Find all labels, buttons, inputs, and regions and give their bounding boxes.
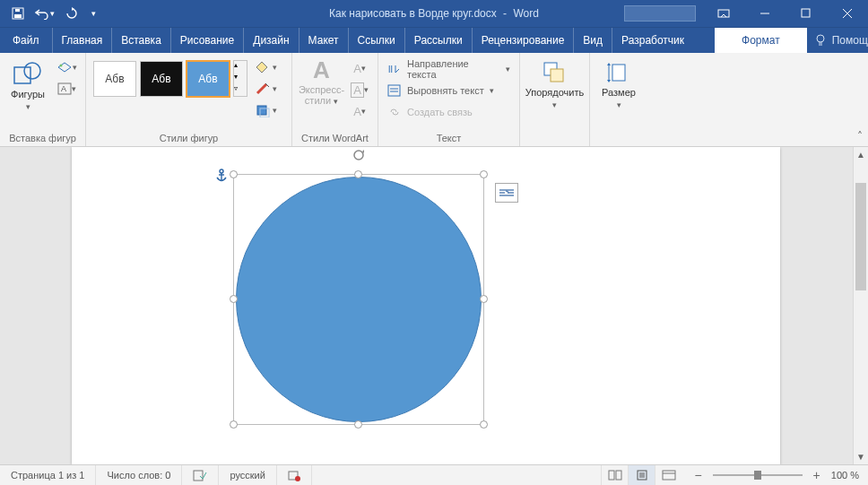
wordart-fx-column: A ▾ A ▾ A ▾ (349, 56, 370, 119)
circle-shape[interactable] (236, 177, 482, 422)
zoom-slider[interactable] (713, 474, 803, 476)
window-controls (624, 0, 868, 27)
status-language[interactable]: русский (219, 465, 276, 485)
shape-fill-button[interactable]: ▾ (253, 58, 279, 76)
text-effects-button[interactable]: A ▾ (349, 103, 370, 119)
scroll-up-button[interactable]: ▲ (854, 147, 868, 162)
status-word-count[interactable]: Число слов: 0 (96, 465, 182, 485)
view-web-layout[interactable] (655, 465, 681, 486)
status-macro[interactable] (277, 465, 312, 485)
view-print-layout[interactable] (628, 465, 655, 486)
tab-draw[interactable]: Рисование (171, 28, 244, 53)
zoom-in-button[interactable]: + (810, 468, 824, 482)
shape-effects-button[interactable]: ▾ (253, 101, 279, 119)
minimize-button[interactable] (744, 0, 786, 27)
undo-button[interactable]: ▾ (32, 1, 57, 26)
view-read-mode[interactable] (601, 465, 628, 486)
svg-rect-25 (612, 65, 625, 81)
shapes-gallery-button[interactable]: Фигуры ▾ (7, 56, 48, 111)
anchor-icon (215, 169, 228, 186)
gallery-expand[interactable]: ▿ (234, 84, 247, 96)
arrange-button[interactable]: Упорядочить ▾ (527, 56, 582, 109)
edit-shape-button[interactable]: ▾ (54, 58, 79, 76)
page-viewport[interactable] (0, 147, 853, 464)
shape-edit-column: ▾ A▾ (54, 56, 79, 98)
tab-design[interactable]: Дизайн (244, 28, 299, 53)
window-title: Как нарисовать в Ворде круг.docx - Word (329, 7, 539, 20)
group-insert-shapes: Фигуры ▾ ▾ A▾ Вставка фигур (0, 53, 86, 146)
account-area[interactable] (624, 5, 696, 22)
zoom-slider-knob[interactable] (754, 471, 761, 480)
group-shape-styles-label: Стили фигур (93, 131, 284, 144)
ribbon-options-button[interactable] (703, 0, 744, 27)
svg-rect-12 (14, 67, 30, 83)
draw-text-box-button[interactable]: A▾ (54, 80, 79, 98)
zoom-out-button[interactable]: − (690, 468, 705, 482)
page[interactable] (72, 147, 780, 464)
tab-mailings[interactable]: Рассылки (405, 28, 473, 53)
status-proofing[interactable] (182, 465, 219, 485)
status-page[interactable]: Страница 1 из 1 (0, 465, 96, 485)
style-thumb-2[interactable]: Абв (140, 61, 183, 97)
tab-review[interactable]: Рецензирование (473, 28, 575, 53)
document-area: ▲ ▼ (0, 147, 868, 464)
qat-customize[interactable]: ▾ (86, 1, 100, 26)
shape-style-gallery[interactable]: Абв Абв Абв ▴ ▾ ▿ (93, 56, 247, 97)
collapse-ribbon-button[interactable]: ˄ (857, 130, 863, 143)
resize-handle-tr[interactable] (480, 170, 488, 178)
resize-handle-tl[interactable] (230, 170, 238, 178)
maximize-button[interactable] (786, 0, 827, 27)
close-button[interactable] (827, 0, 868, 27)
save-button[interactable] (5, 1, 30, 26)
resize-handle-tm[interactable] (354, 170, 362, 178)
svg-rect-20 (388, 85, 400, 96)
svg-rect-5 (802, 9, 810, 17)
resize-handle-br[interactable] (480, 420, 488, 429)
tab-format[interactable]: Формат (715, 28, 807, 53)
svg-point-27 (220, 169, 223, 173)
scroll-down-button[interactable]: ▼ (854, 449, 868, 464)
align-text-button[interactable]: Выровнять текст ▾ (386, 82, 512, 100)
style-thumb-3[interactable]: Абв (187, 61, 230, 97)
layout-options-button[interactable] (495, 183, 518, 203)
title-separator: - (503, 7, 507, 20)
ribbon-tabs: Файл Главная Вставка Рисование Дизайн Ма… (0, 27, 868, 53)
tab-view[interactable]: Вид (574, 28, 612, 53)
resize-handle-ml[interactable] (230, 295, 238, 303)
redo-button[interactable] (59, 1, 84, 26)
svg-text:ll: ll (388, 64, 393, 74)
text-outline-button[interactable]: A ▾ (349, 82, 370, 98)
svg-rect-31 (194, 471, 203, 481)
zoom-level[interactable]: 100 % (831, 470, 859, 481)
tell-me[interactable]: Помощн (807, 28, 868, 53)
group-insert-shapes-label: Вставка фигур (7, 131, 78, 144)
svg-rect-35 (616, 471, 621, 480)
text-fill-button[interactable]: A ▾ (349, 60, 370, 76)
document-name: Как нарисовать в Ворде круг.docx (329, 7, 497, 20)
rotate-handle[interactable] (352, 148, 366, 162)
svg-rect-3 (718, 10, 729, 17)
wordart-A-icon: A (313, 56, 330, 84)
gallery-scroll-down[interactable]: ▾ (234, 73, 247, 84)
style-thumb-1[interactable]: Абв (93, 61, 136, 97)
resize-handle-bl[interactable] (230, 420, 238, 429)
text-direction-button[interactable]: llНаправление текста ▾ (386, 60, 512, 78)
tab-insert[interactable]: Вставка (112, 28, 171, 53)
tab-developer[interactable]: Разработчик (612, 28, 693, 53)
group-arrange: Упорядочить ▾ (520, 53, 590, 146)
tab-references[interactable]: Ссылки (349, 28, 405, 53)
wordart-quick-styles[interactable]: A Экспресс-стили ▾ (299, 56, 343, 107)
resize-handle-bm[interactable] (354, 420, 362, 429)
gallery-scroll-up[interactable]: ▴ (234, 61, 247, 73)
svg-rect-2 (15, 9, 20, 12)
scroll-thumb[interactable] (855, 183, 866, 290)
shape-selection-frame[interactable] (233, 174, 484, 425)
tab-layout[interactable]: Макет (299, 28, 349, 53)
svg-point-33 (295, 476, 300, 481)
tab-home[interactable]: Главная (53, 28, 113, 53)
size-button[interactable]: Размер ▾ (598, 56, 639, 109)
resize-handle-mr[interactable] (480, 295, 488, 303)
shape-outline-button[interactable]: ▾ (253, 80, 279, 98)
tab-file[interactable]: Файл (0, 28, 53, 53)
vertical-scrollbar[interactable]: ▲ ▼ (853, 147, 868, 464)
